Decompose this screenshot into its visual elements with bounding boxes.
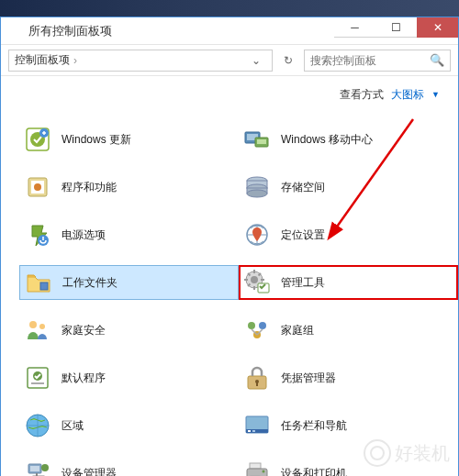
window-controls: ─ ☐ ✕	[334, 17, 458, 38]
region-icon	[23, 411, 52, 440]
breadcrumb[interactable]: 控制面板项 › ⌄	[8, 50, 273, 72]
item-label: 家庭组	[281, 323, 314, 338]
admin-icon	[242, 268, 272, 297]
svg-point-23	[248, 322, 255, 329]
cp-item-credential-manager[interactable]: 凭据管理器	[239, 360, 458, 395]
svg-rect-36	[252, 430, 255, 432]
search-icon: 🔍	[430, 53, 444, 67]
refresh-button[interactable]: ↻	[278, 50, 298, 71]
item-label: 工作文件夹	[62, 275, 118, 291]
item-label: Windows 更新	[62, 132, 131, 148]
control-panel-items-grid: Windows 更新Windows 移动中心程序和功能存储空间电源选项定位设置工…	[1, 113, 458, 476]
svg-point-21	[29, 321, 37, 328]
item-label: 定位设置	[281, 227, 325, 243]
cp-item-work-folders[interactable]: 工作文件夹	[19, 265, 239, 300]
view-options-bar: 查看方式 大图标 ▼	[1, 76, 458, 113]
window-titlebar: 所有控制面板项 ─ ☐ ✕	[1, 17, 458, 45]
default-icon	[23, 363, 52, 393]
window-title: 所有控制面板项	[28, 23, 112, 39]
svg-point-24	[259, 322, 266, 329]
item-label: 任务栏和导航	[281, 418, 347, 434]
item-label: 默认程序	[62, 371, 106, 386]
svg-rect-38	[30, 466, 39, 471]
item-label: 存储空间	[281, 180, 325, 195]
navigation-bar: 控制面板项 › ⌄ ↻ 🔍	[1, 45, 458, 76]
cp-item-power-options[interactable]: 电源选项	[19, 217, 239, 252]
cp-item-device-manager[interactable]: 设备管理器	[19, 456, 239, 476]
item-label: 区域	[62, 418, 84, 434]
watermark: 好装机	[364, 439, 450, 467]
printer-icon	[242, 459, 272, 476]
svg-point-45	[263, 470, 265, 473]
item-label: 设备管理器	[62, 466, 117, 477]
homegroup-icon	[242, 315, 272, 345]
svg-point-22	[39, 324, 45, 329]
desktop-wallpaper-strip	[0, 0, 459, 17]
search-box[interactable]: 🔍	[304, 50, 451, 72]
breadcrumb-text: 控制面板项	[15, 52, 70, 68]
maximize-button[interactable]: ☐	[375, 17, 417, 38]
power-icon	[23, 220, 52, 249]
family-icon	[23, 315, 52, 345]
view-label: 查看方式	[340, 87, 384, 103]
close-button[interactable]: ✕	[417, 17, 458, 38]
svg-rect-35	[248, 430, 251, 432]
cp-item-mobility-center[interactable]: Windows 移动中心	[239, 122, 458, 157]
svg-rect-17	[40, 282, 48, 290]
chevron-down-icon[interactable]: ▼	[431, 90, 440, 99]
cp-item-location-settings[interactable]: 定位设置	[239, 217, 458, 252]
view-mode-link[interactable]: 大图标	[391, 87, 424, 103]
credential-icon	[242, 363, 272, 393]
cp-item-default-programs[interactable]: 默认程序	[19, 360, 239, 395]
devicemgr-icon	[23, 459, 52, 476]
search-input[interactable]	[310, 54, 430, 67]
cp-item-region[interactable]: 区域	[19, 408, 239, 443]
minimize-button[interactable]: ─	[334, 17, 375, 38]
item-label: 电源选项	[62, 227, 106, 243]
taskbar-icon	[242, 411, 272, 440]
mobility-icon	[242, 125, 272, 154]
svg-point-41	[41, 464, 49, 471]
svg-rect-28	[31, 382, 44, 384]
cp-item-taskbar-navigation[interactable]: 任务栏和导航	[239, 408, 458, 443]
item-label: 管理工具	[281, 275, 325, 291]
item-label: 程序和功能	[62, 180, 117, 195]
cp-item-admin-tools[interactable]: 管理工具	[239, 265, 458, 300]
item-label: 家庭安全	[62, 323, 106, 338]
svg-point-9	[34, 183, 41, 191]
cp-item-storage-spaces[interactable]: 存储空间	[239, 170, 458, 205]
svg-rect-6	[257, 139, 266, 144]
svg-point-14	[247, 190, 267, 197]
item-label: 凭据管理器	[281, 371, 336, 386]
cp-item-homegroup[interactable]: 家庭组	[239, 313, 458, 348]
update-icon	[23, 125, 52, 154]
cp-item-family-safety[interactable]: 家庭安全	[19, 313, 239, 348]
cp-item-windows-update[interactable]: Windows 更新	[19, 122, 239, 157]
svg-rect-31	[256, 382, 258, 386]
control-panel-window: 所有控制面板项 ─ ☐ ✕ 控制面板项 › ⌄ ↻ 🔍 查看方式 大图标 ▼ W…	[0, 17, 459, 476]
watermark-text: 好装机	[395, 441, 450, 466]
svg-rect-20	[258, 283, 269, 293]
folder-icon	[24, 268, 53, 297]
dropdown-icon[interactable]: ⌄	[246, 50, 266, 71]
item-label: Windows 移动中心	[281, 132, 373, 148]
chevron-right-icon: ›	[73, 54, 77, 67]
cp-item-programs-features[interactable]: 程序和功能	[19, 170, 239, 205]
item-label: 设备和打印机	[281, 466, 347, 477]
svg-rect-42	[250, 463, 261, 469]
svg-point-19	[251, 276, 258, 283]
location-icon	[242, 220, 272, 249]
programs-icon	[23, 172, 52, 202]
storage-icon	[242, 172, 272, 202]
